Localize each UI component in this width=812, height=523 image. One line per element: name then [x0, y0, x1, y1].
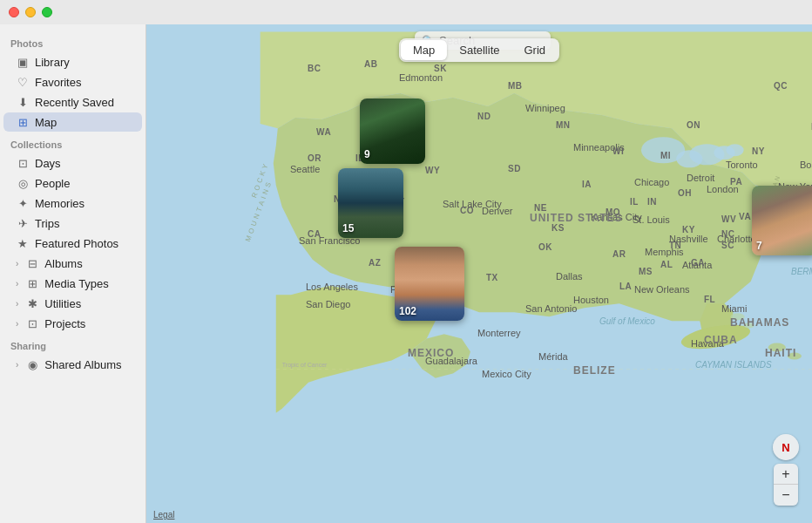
sidebar-item-label-albums: Albums [44, 257, 82, 270]
sidebar-item-label-memories: Memories [35, 197, 85, 210]
legal-link[interactable]: Legal [153, 510, 174, 520]
map-icon: ⊞ [16, 115, 30, 129]
sidebar-item-utilities[interactable]: ›✱Utilities [3, 294, 142, 313]
sidebar-item-memories[interactable]: ✦Memories [3, 194, 142, 213]
library-icon: ▣ [16, 55, 30, 69]
sidebar-item-label-recently-saved: Recently Saved [35, 96, 114, 109]
sidebar-section-collections: Collections⊡Days◎People✦Memories✈Trips★F… [0, 132, 145, 333]
sidebar-item-shared-albums[interactable]: ›◉Shared Albums [3, 355, 142, 374]
albums-icon: ⊟ [25, 256, 39, 270]
sidebar-item-label-media-types: Media Types [44, 277, 108, 290]
map-svg: ROCKY MOUNTAINS APPALACHIAN Tropic of Ca… [146, 24, 812, 523]
sidebar-section-label-photos: Photos [0, 31, 145, 51]
memories-icon: ✦ [16, 196, 30, 210]
toolbar-satellite-button[interactable]: Satellite [447, 40, 511, 60]
sidebar-item-label-library: Library [35, 56, 70, 69]
photo-pin-pin-coastal[interactable]: 15 [338, 168, 403, 238]
photo-pin-pin-girl[interactable]: 102 [395, 247, 464, 321]
maximize-button[interactable] [42, 7, 52, 17]
sidebar-section-photos: Photos▣Library♡Favorites⬇Recently Saved⊞… [0, 31, 145, 132]
photo-pin-pin-person[interactable]: 7 [752, 186, 812, 255]
minimize-button[interactable] [25, 7, 36, 17]
featured-photos-icon: ★ [16, 236, 30, 250]
expand-arrow-albums: › [16, 259, 18, 268]
toolbar-grid-button[interactable]: Grid [511, 40, 558, 60]
sidebar-item-recently-saved[interactable]: ⬇Recently Saved [3, 92, 142, 112]
sidebar-section-label-collections: Collections [0, 132, 145, 153]
projects-icon: ⊡ [25, 316, 39, 330]
svg-text:Tropic of Cancer: Tropic of Cancer [282, 362, 328, 369]
svg-point-13 [744, 323, 754, 328]
sidebar-item-label-shared-albums: Shared Albums [44, 358, 121, 371]
svg-point-5 [726, 144, 743, 156]
people-icon: ◎ [16, 176, 30, 190]
app-container: Photos▣Library♡Favorites⬇Recently Saved⊞… [0, 24, 812, 523]
expand-arrow-utilities: › [16, 299, 18, 309]
utilities-icon: ✱ [25, 296, 39, 310]
map-area[interactable]: MapSatelliteGrid 🔍 [146, 24, 812, 523]
sidebar-item-label-map: Map [35, 116, 57, 129]
zoom-in-button[interactable]: + [774, 464, 798, 485]
sidebar-section-label-sharing: Sharing [0, 334, 145, 354]
sidebar-item-label-projects: Projects [44, 317, 85, 330]
expand-arrow-shared-albums: › [16, 360, 18, 370]
view-toggle: MapSatelliteGrid [399, 38, 559, 62]
svg-point-15 [788, 352, 802, 359]
sidebar-item-albums[interactable]: ›⊟Albums [3, 254, 142, 273]
sidebar-item-map[interactable]: ⊞Map [3, 112, 142, 132]
favorites-icon: ♡ [16, 75, 30, 89]
shared-albums-icon: ◉ [25, 357, 39, 371]
sidebar-item-projects[interactable]: ›⊡Projects [3, 314, 142, 333]
sidebar-item-days[interactable]: ⊡Days [3, 153, 142, 173]
expand-arrow-media-types: › [16, 279, 18, 289]
trips-icon: ✈ [16, 216, 30, 230]
sidebar: Photos▣Library♡Favorites⬇Recently Saved⊞… [0, 24, 146, 523]
svg-point-12 [731, 313, 745, 320]
compass[interactable]: N [773, 434, 799, 460]
pin-count-pin-girl: 102 [399, 305, 416, 317]
sidebar-item-label-featured-photos: Featured Photos [35, 237, 118, 250]
map-background: ROCKY MOUNTAINS APPALACHIAN Tropic of Ca… [146, 24, 812, 523]
expand-arrow-projects: › [16, 319, 18, 329]
sidebar-item-people[interactable]: ◎People [3, 173, 142, 193]
photo-pin-pin-forest[interactable]: 9 [360, 98, 425, 164]
sidebar-item-featured-photos[interactable]: ★Featured Photos [3, 234, 142, 253]
close-button[interactable] [9, 7, 19, 17]
sidebar-item-label-people: People [35, 177, 70, 190]
media-types-icon: ⊞ [25, 276, 39, 290]
sidebar-item-label-trips: Trips [35, 217, 59, 230]
sidebar-item-media-types[interactable]: ›⊞Media Types [3, 274, 142, 293]
recently-saved-icon: ⬇ [16, 95, 30, 109]
sidebar-item-favorites[interactable]: ♡Favorites [3, 72, 142, 92]
sidebar-item-trips[interactable]: ✈Trips [3, 214, 142, 233]
zoom-out-button[interactable]: − [774, 485, 798, 506]
days-icon: ⊡ [16, 156, 30, 170]
sidebar-item-label-utilities: Utilities [44, 297, 81, 310]
map-controls: N + − [773, 434, 799, 506]
pin-count-pin-person: 7 [756, 240, 762, 252]
svg-point-14 [768, 343, 786, 351]
pin-count-pin-forest: 9 [364, 148, 370, 160]
sidebar-item-library[interactable]: ▣Library [3, 52, 142, 71]
sidebar-item-label-days: Days [35, 157, 61, 170]
sidebar-section-sharing: Sharing›◉Shared Albums [0, 334, 145, 374]
pin-count-pin-coastal: 15 [342, 222, 354, 234]
sidebar-item-label-favorites: Favorites [35, 76, 81, 89]
titlebar [0, 0, 812, 24]
toolbar-map-button[interactable]: Map [401, 40, 447, 60]
zoom-controls: + − [774, 464, 798, 506]
